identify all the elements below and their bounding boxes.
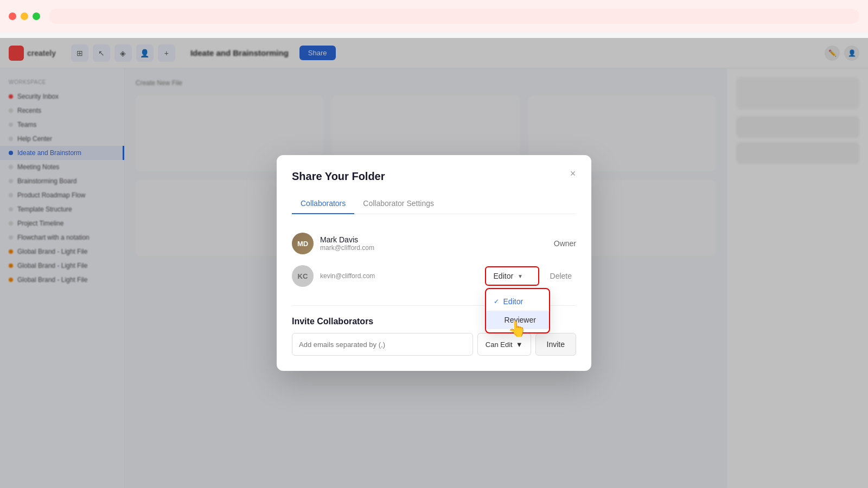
can-edit-chevron-icon: ▼ xyxy=(516,341,523,349)
modal-overlay[interactable]: Share Your Folder × Collaborators Collab… xyxy=(0,38,868,488)
role-dropdown-trigger[interactable]: Editor ▼ xyxy=(485,266,539,286)
share-folder-modal: Share Your Folder × Collaborators Collab… xyxy=(277,155,591,371)
collab-role-mark: Owner xyxy=(554,239,576,248)
can-edit-dropdown-button[interactable]: Can Edit ▼ xyxy=(477,333,531,356)
role-current-label: Editor xyxy=(494,272,514,280)
collab-email-mark: mark@clifford.com xyxy=(320,244,547,252)
traffic-light-green[interactable] xyxy=(33,12,40,20)
check-icon: ✓ xyxy=(494,298,499,305)
role-dropdown-kevin: Editor ▼ ✓ Editor Reviewer xyxy=(485,266,539,286)
role-dropdown-menu: ✓ Editor Reviewer 👆 xyxy=(485,288,550,333)
traffic-light-red[interactable] xyxy=(9,12,16,20)
chevron-down-icon: ▼ xyxy=(518,273,523,279)
app-window: creately ⊞ ↖ ◈ 👤 + Ideate and Brainstorm… xyxy=(0,38,868,488)
collab-info-kevin: kevin@clifford.com xyxy=(320,272,478,280)
collab-email-kevin: kevin@clifford.com xyxy=(320,272,478,280)
invite-button[interactable]: Invite xyxy=(535,333,576,356)
delete-collaborator-button[interactable]: Delete xyxy=(546,269,576,282)
traffic-light-yellow[interactable] xyxy=(21,12,28,20)
avatar-mark: MD xyxy=(292,233,314,254)
invite-row: Can Edit ▼ Invite xyxy=(292,333,576,356)
role-option-editor-label: Editor xyxy=(503,297,524,306)
modal-tabs: Collaborators Collaborator Settings xyxy=(292,194,576,214)
collab-info-mark: Mark Davis mark@clifford.com xyxy=(320,235,547,252)
tab-collaborator-settings[interactable]: Collaborator Settings xyxy=(354,194,443,214)
browser-top-bar xyxy=(0,0,868,33)
modal-close-button[interactable]: × xyxy=(565,166,580,181)
tab-collaborators[interactable]: Collaborators xyxy=(292,194,354,214)
role-option-reviewer[interactable]: Reviewer xyxy=(486,311,549,329)
can-edit-label: Can Edit xyxy=(486,341,513,349)
url-bar[interactable] xyxy=(49,9,859,24)
collaborator-row-mark: MD Mark Davis mark@clifford.com Owner xyxy=(292,227,576,260)
role-option-reviewer-label: Reviewer xyxy=(505,316,536,324)
collab-name-mark: Mark Davis xyxy=(320,235,547,244)
invite-email-input[interactable] xyxy=(292,333,473,356)
role-option-editor[interactable]: ✓ Editor xyxy=(486,292,549,311)
collaborator-row-kevin: KC kevin@clifford.com Editor ▼ ✓ Ed xyxy=(292,260,576,292)
avatar-kevin: KC xyxy=(292,265,314,287)
modal-title: Share Your Folder xyxy=(292,170,576,183)
